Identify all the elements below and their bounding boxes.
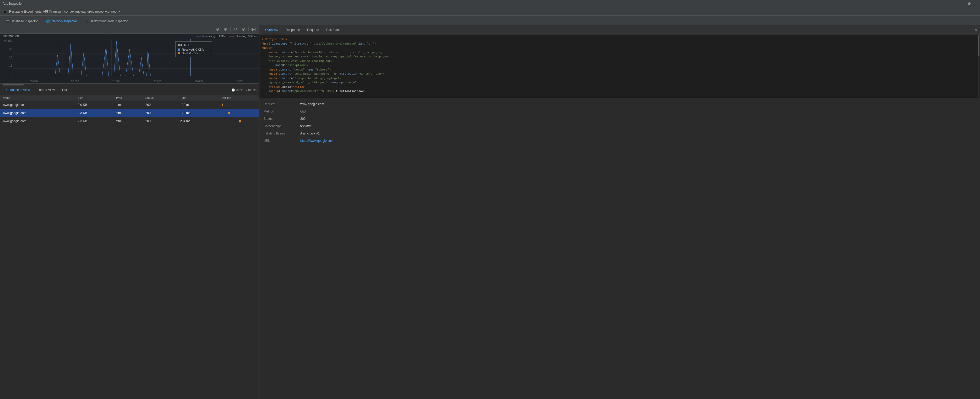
main-tab-bar: 🗃 Database Inspector 🌐 Network Inspector… (0, 16, 980, 25)
detail-status: Status 200 (264, 117, 976, 121)
cell-name: www.google.com (0, 109, 75, 117)
cell-size: 2.0 KB (75, 101, 113, 109)
rules-label: Rules (62, 88, 70, 92)
y-label-8: 8 (1, 73, 12, 75)
detail-method: Method GET (264, 110, 976, 113)
settings-button[interactable]: ⚙ (968, 2, 971, 6)
tooltip-sent-row: Sent: 0 KB/s (178, 52, 209, 55)
timeline-bar-container (220, 102, 256, 107)
code-line-10: <meta content="/images/branding/googleg/… (261, 76, 978, 81)
app-title: App Inspection (3, 2, 23, 5)
detail-url-link[interactable]: https://www.google.com (300, 139, 976, 143)
tab-network[interactable]: 🌐 Network Inspector (43, 18, 81, 25)
legend-sending: Sending: 0 KB/s (229, 35, 256, 38)
tab-response[interactable]: Response (282, 26, 303, 34)
legend-receiving-label: Receiving: 0 KB/s (202, 35, 225, 38)
legend-sending-line (229, 36, 234, 37)
tab-request[interactable]: Request (304, 26, 322, 34)
tab-overview[interactable]: Overview (262, 26, 282, 34)
col-time: Time (177, 95, 218, 101)
code-line-3: <head> (261, 46, 978, 50)
code-scrollbar-thumb[interactable] (978, 35, 980, 56)
cell-name: www.google.com (0, 101, 75, 109)
close-right-panel-button[interactable]: ✕ (974, 27, 977, 32)
cell-timeline (218, 117, 259, 125)
cell-name: www.google.com (0, 117, 75, 125)
y-label-16: 16 (1, 64, 12, 67)
bg-task-icon: ☰ (86, 19, 88, 23)
code-line-13: <script nonce="p07YBJlYX8MeF13tS_uXm">(f… (261, 89, 978, 94)
cell-size: 2.3 KB (75, 117, 113, 125)
detail-url-label: URL (264, 139, 300, 143)
cell-type: html (113, 101, 143, 109)
col-timeline: Timeline (218, 95, 259, 101)
cell-timeline (218, 101, 259, 109)
tab-thread-view[interactable]: Thread View (33, 86, 59, 94)
device-selector[interactable]: Resizable Experimental API Tiramisu > co… (9, 10, 120, 13)
code-preview: <!doctype html> <html itemscope="" itemt… (259, 35, 980, 98)
tooltip-received-dot (178, 48, 180, 51)
graph-scrollbar[interactable] (0, 83, 259, 85)
tooltip-received-row: Received: 0 KB/s (178, 48, 209, 51)
tab-connection-view[interactable]: Connection View (3, 86, 33, 94)
detail-thread-value: AsyncTask #1 (300, 132, 976, 135)
time-range: 🕐 09.918 - 18.398 (231, 88, 256, 92)
code-line-6: find exactly what you're looking for." (261, 59, 978, 64)
toolbar-divider-2 (248, 27, 249, 32)
table-body: www.google.com 2.0 KB html 200 130 ms ww… (0, 101, 259, 125)
settings-icon[interactable]: ⊙ (240, 27, 246, 32)
timeline-bar-container (220, 110, 256, 116)
database-icon: 🗃 (6, 19, 9, 23)
reset-button[interactable]: ↺ (233, 27, 239, 32)
tab-background[interactable]: ☰ Background Task Inspector (82, 18, 132, 25)
code-line-4: <meta content="Search the world's inform… (261, 50, 978, 55)
zoom-out-button[interactable]: ⊖ (215, 27, 220, 32)
svg-marker-13 (136, 49, 153, 76)
zoom-in-button[interactable]: ⊕ (223, 27, 228, 32)
x-label-5: 05.000 (30, 80, 38, 83)
detail-url: URL https://www.google.com (264, 139, 976, 143)
tab-rules[interactable]: Rules (59, 86, 74, 94)
record-button[interactable]: ▶| (251, 27, 256, 32)
tooltip-received-label: Received: 0 KB/s (182, 48, 204, 51)
connection-view-label: Connection View (6, 88, 30, 92)
cell-status: 200 (143, 109, 177, 117)
legend-receiving-line (196, 36, 201, 37)
x-label-25: 25.000 (195, 80, 203, 83)
detail-status-value: 200 (300, 117, 976, 121)
detail-request-value: www.google.com (300, 102, 976, 106)
minimize-button[interactable]: — (974, 2, 977, 6)
y-label-32: 32 (1, 48, 12, 51)
network-icon: 🌐 (46, 19, 50, 23)
response-label: Response (286, 28, 300, 32)
scrollbar-thumb[interactable] (3, 84, 24, 85)
cell-status: 200 (143, 101, 177, 109)
chart-area[interactable] (13, 39, 259, 76)
tab-database[interactable]: 🗃 Database Inspector (2, 18, 41, 25)
tab-callstack[interactable]: Call Stack (323, 26, 344, 34)
cell-timeline (218, 109, 259, 117)
detail-content-type: Content type text/html (264, 124, 976, 128)
timeline-bar (228, 112, 230, 114)
col-name: Name (0, 95, 75, 101)
device-bar: 📱 Resizable Experimental API Tiramisu > … (0, 7, 980, 16)
tab-background-label: Background Task Inspector (90, 19, 128, 23)
device-chevron-icon: ▾ (119, 10, 120, 13)
code-line-11: /googleg_standard_color_128dp.png" itemp… (261, 80, 978, 85)
cell-type: html (113, 117, 143, 125)
timeline-bar (222, 104, 223, 106)
legend-sending-label: Sending: 0 KB/s (236, 35, 256, 38)
svg-marker-12 (97, 41, 134, 76)
network-table: Name Size Type Status Time Timeline www.… (0, 95, 259, 125)
y-axis: 40 KB/s 32 24 16 8 (0, 39, 13, 76)
detail-content-type-value: text/html (300, 124, 976, 128)
table-row[interactable]: www.google.com 2.3 KB html 200 204 ms (0, 117, 259, 125)
detail-status-label: Status (264, 117, 300, 121)
cell-status: 200 (143, 117, 177, 125)
connection-tabs: Connection View Thread View Rules 🕐 09.9… (0, 85, 259, 95)
detail-request-label: Request (264, 102, 300, 106)
cell-time: 129 ms (177, 109, 218, 117)
table-row[interactable]: www.google.com 2.0 KB html 200 130 ms (0, 101, 259, 109)
table-row[interactable]: www.google.com 2.3 KB html 200 129 ms (0, 109, 259, 117)
code-scrollbar[interactable] (978, 35, 980, 98)
